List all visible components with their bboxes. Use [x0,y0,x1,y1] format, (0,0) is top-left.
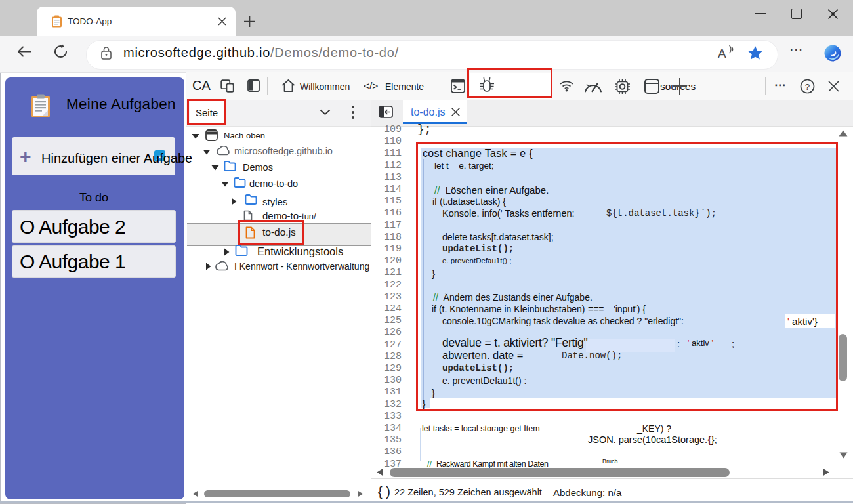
svg-text:?: ? [805,82,810,92]
